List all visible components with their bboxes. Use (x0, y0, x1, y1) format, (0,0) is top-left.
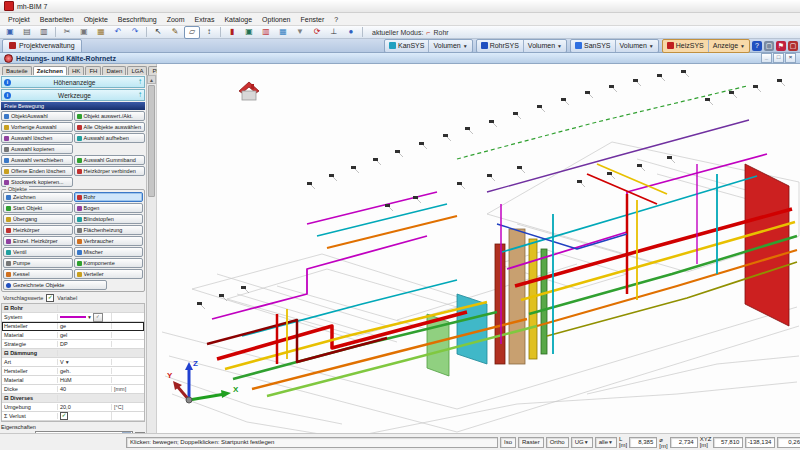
property-value[interactable]: 20,0 (58, 404, 112, 410)
module-option-select[interactable]: Volumen▼ (429, 40, 471, 52)
tool-button[interactable]: Auswahl kopieren (1, 144, 73, 154)
property-value[interactable]: geh. (58, 368, 112, 374)
module-kansys[interactable]: KanSYSVolumen▼ (384, 39, 473, 53)
flag-icon[interactable]: ⚑ (776, 41, 786, 51)
book-icon[interactable]: ▮ (224, 26, 240, 39)
tab-lga[interactable]: LGA (127, 66, 147, 75)
restore-icon[interactable]: □ (773, 53, 784, 63)
property-row-art[interactable]: ArtV▼ (2, 358, 144, 367)
draw-toggle-icon[interactable]: ▱ (184, 26, 200, 39)
tool-button[interactable]: Alle Objekte auswählen (74, 122, 146, 132)
menu-item-extras[interactable]: Extras (190, 15, 220, 24)
property-row-dicke[interactable]: Dicke40[mm] (2, 385, 144, 394)
object-button-verbraucher[interactable]: Verbraucher (74, 236, 144, 246)
tool-button[interactable]: Auswahl Gummiband (74, 155, 146, 165)
object-button-kessel[interactable]: Kessel (3, 269, 73, 279)
object-button-bogen[interactable]: Bogen (74, 203, 144, 213)
menu-item-bearbeiten[interactable]: Bearbeiten (35, 15, 79, 24)
tool-button[interactable]: Objekt auswert./Akt. (74, 111, 146, 121)
system-picker-button[interactable]: ✓ (93, 313, 103, 322)
menu-item-beschriftung[interactable]: Beschriftung (113, 15, 162, 24)
tab-zeichnen[interactable]: Zeichnen (33, 66, 67, 75)
group-expander[interactable]: ⊟ Dämmung (2, 350, 58, 356)
property-row-system[interactable]: System▼✓ (2, 313, 144, 322)
object-button-startobjekt[interactable]: Start Objekt (3, 203, 73, 213)
property-row-hersteller[interactable]: Herstellerge (2, 322, 144, 331)
panel-scrollbar[interactable]: ▲ (147, 75, 157, 433)
select-alle[interactable]: alle ▼ (595, 437, 617, 448)
object-button-übergang[interactable]: Übergang (3, 214, 73, 224)
group-expander[interactable]: ⊟ Diverses (2, 395, 58, 401)
menu-item-kataloge[interactable]: Kataloge (219, 15, 257, 24)
tool-button[interactable]: Offene Enden löschen (1, 166, 73, 176)
property-row-hersteller[interactable]: Herstellergeh. (2, 367, 144, 376)
home-view-icon[interactable] (236, 78, 262, 104)
property-value[interactable]: 40 (58, 386, 112, 392)
collapse-up-icon[interactable]: ↑ (138, 91, 142, 99)
pen-icon[interactable]: ✎ (167, 26, 183, 39)
module-heizsys[interactable]: HeizSYSAnzeige▼ (662, 39, 750, 53)
drawing-canvas[interactable]: Z X Y (157, 64, 800, 433)
module-sansys[interactable]: SanSYSVolumen▼ (570, 39, 659, 53)
tool-button[interactable]: Auswahl verschieben (1, 155, 73, 165)
tab-hk[interactable]: HK (68, 66, 84, 75)
menu-item-fenster[interactable]: Fenster (296, 15, 330, 24)
refresh-red-icon[interactable]: ⟳ (309, 26, 325, 39)
pointer-icon[interactable]: ↖ (150, 26, 166, 39)
werkzeuge-header[interactable]: i Werkzeuge ↑ (1, 89, 145, 101)
redo-icon[interactable]: ↷ (127, 26, 143, 39)
minimize-icon[interactable]: _ (761, 53, 772, 63)
select-ug[interactable]: UG ▼ (571, 437, 593, 448)
menu-item-optionen[interactable]: Optionen (257, 15, 295, 24)
tool-button[interactable]: Auswahl löschen (1, 133, 73, 143)
property-row-strategie[interactable]: StrategieDP (2, 340, 144, 349)
sort-icon[interactable]: ↕ (201, 26, 217, 39)
property-group-dämmung[interactable]: ⊟ Dämmung (2, 349, 144, 358)
property-group-diverses[interactable]: ⊟ Diverses (2, 394, 144, 403)
group-expander[interactable]: ⊟ Rohr (2, 305, 58, 311)
module-option-select[interactable]: Volumen▼ (524, 40, 566, 52)
menu-item-projekt[interactable]: Projekt (3, 15, 35, 24)
object-button-ventil[interactable]: Ventil (3, 247, 73, 257)
property-row-umgebung[interactable]: Umgebung20,0[°C] (2, 403, 144, 412)
tool-button[interactable]: Heizkörper verbinden (74, 166, 146, 176)
collapse-up-icon[interactable]: ↑ (138, 78, 142, 86)
property-row-material[interactable]: MaterialHüM (2, 376, 144, 385)
undo-icon[interactable]: ↶ (110, 26, 126, 39)
screen-icon[interactable]: ▣ (241, 26, 257, 39)
module-rohrsys[interactable]: RohrSYSVolumen▼ (476, 39, 567, 53)
property-row-material[interactable]: Materialgel (2, 331, 144, 340)
module-option-select[interactable]: Volumen▼ (616, 40, 658, 52)
menu-item-objekte[interactable]: Objekte (79, 15, 113, 24)
lock-icon[interactable]: ▢ (788, 41, 798, 51)
export-icon[interactable]: ▥ (36, 26, 52, 39)
toggle-ortho[interactable]: Ortho (546, 437, 569, 448)
property-value[interactable]: gel (58, 332, 112, 338)
menu-item-zoom[interactable]: Zoom (162, 15, 190, 24)
object-button-blindstopfen[interactable]: Blindstopfen (74, 214, 144, 224)
save-icon[interactable]: ▣ (2, 26, 18, 39)
tool-button[interactable]: Vorherige Auswahl (1, 122, 73, 132)
tool-button[interactable]: Auswahl aufheben (74, 133, 146, 143)
gezeichnete-objekte-button[interactable]: Gezeichnete Objekte (3, 280, 107, 290)
tab-daten[interactable]: Daten (102, 66, 126, 75)
property-row-verlust[interactable]: Σ Verlust✓ (2, 412, 144, 421)
paste-icon[interactable]: ▦ (93, 26, 109, 39)
ruler-icon[interactable]: ⊥ (326, 26, 342, 39)
hoehenanzeige-header[interactable]: i Höhenanzeige ↑ (1, 76, 145, 88)
object-button-komponente[interactable]: Komponente (74, 258, 144, 268)
cut-icon[interactable]: ✂ (59, 26, 75, 39)
object-button-rohr[interactable]: Rohr (74, 192, 144, 202)
menu-item-?[interactable]: ? (329, 15, 343, 24)
tab-projektverwaltung[interactable]: Projektverwaltung (2, 39, 82, 53)
module-option-select[interactable]: Anzeige▼ (709, 40, 749, 52)
property-value[interactable]: ▼✓ (58, 313, 112, 322)
scroll-up-icon[interactable]: ▲ (147, 75, 156, 84)
variabel-checkbox[interactable]: ✓ (46, 294, 54, 302)
copy-icon[interactable]: ▣ (76, 26, 92, 39)
help-icon[interactable]: ? (752, 41, 762, 51)
object-button-pumpe[interactable]: Pumpe (3, 258, 73, 268)
window-icon[interactable]: ▢ (764, 41, 774, 51)
object-button-flächenheizung[interactable]: Flächenheizung (74, 225, 144, 235)
object-button-mischer[interactable]: Mischer (74, 247, 144, 257)
